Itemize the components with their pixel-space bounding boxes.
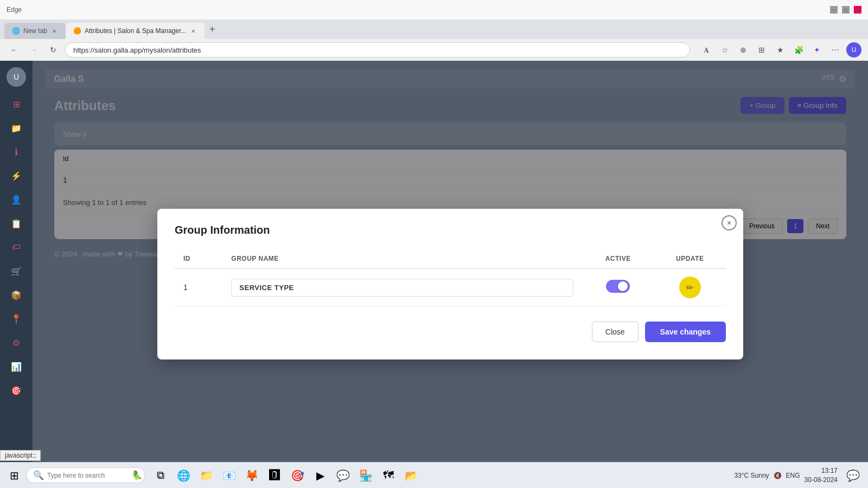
close-button[interactable]: ✕ <box>854 6 861 14</box>
notification-button[interactable]: 💬 <box>842 465 864 486</box>
tab-attributes[interactable]: 🟠 Attributes | Salon & Spa Manager... ✕ <box>66 23 205 39</box>
start-button[interactable]: ⊞ <box>4 466 24 485</box>
table-header-row: ID GROUP NAME ACTIVE UPDATE <box>175 249 726 268</box>
close-button[interactable]: Close <box>592 322 639 342</box>
back-button[interactable]: ← <box>7 42 22 57</box>
firefox-app[interactable]: 🦊 <box>241 465 263 486</box>
sidebar-item-packages[interactable]: 📦 <box>5 284 27 306</box>
sidebar-item-tags[interactable]: 🏷 <box>5 236 27 258</box>
sidebar-item-info[interactable]: ℹ <box>5 141 27 163</box>
chrome-app[interactable]: 🎯 <box>286 465 308 486</box>
youtube-app[interactable]: ▶ <box>309 465 331 486</box>
sidebar-item-reports[interactable]: 📋 <box>5 213 27 234</box>
avatar[interactable]: U <box>7 67 26 87</box>
sidebar-item-location[interactable]: 📍 <box>5 308 27 330</box>
maximize-button[interactable]: □ <box>842 6 850 14</box>
taskbar: ⊞ 🔍 🦜 ⧉ 🌐 📁 📧 🦊 🅾 🎯 ▶ 💬 🏪 🗺 📂 33°C Sunny… <box>0 462 868 488</box>
sidebar-item-files[interactable]: 📁 <box>5 117 27 139</box>
extensions-icon[interactable]: 🧩 <box>791 42 806 57</box>
row-group-name-cell <box>222 268 582 306</box>
refresh-button[interactable]: ↻ <box>46 42 61 57</box>
taskbar-search-input[interactable] <box>47 472 129 479</box>
mail-app[interactable]: 📧 <box>218 465 240 486</box>
taskbar-right: 33°C Sunny 🔇 ENG 13:17 30-08-2024 💬 <box>734 465 864 486</box>
forward-button[interactable]: → <box>26 42 41 57</box>
favorites-icon[interactable]: ★ <box>773 42 788 57</box>
edit-button[interactable]: ✏ <box>679 277 701 298</box>
more-icon[interactable]: ⋯ <box>828 42 843 57</box>
tab-label: Attributes | Salon & Spa Manager... <box>85 27 186 35</box>
taskbar-weather: 33°C Sunny <box>734 472 769 479</box>
skype-app[interactable]: 💬 <box>332 465 354 486</box>
sidebar-item-targets[interactable]: 🎯 <box>5 380 27 401</box>
main-content: Galla S AYS ⚙ Attributes + Group ≡ Group… <box>33 61 868 488</box>
maps-app[interactable]: 🗺 <box>378 465 399 486</box>
group-table: ID GROUP NAME ACTIVE UPDATE <box>175 249 726 306</box>
minimize-button[interactable]: ─ <box>830 6 838 14</box>
row-id: 1 <box>175 268 222 306</box>
edge-app[interactable]: 🌐 <box>173 465 194 486</box>
browser-title: Edge <box>7 6 22 14</box>
tab-icon: 🌐 <box>12 27 20 35</box>
table-row: 1 <box>175 268 726 306</box>
store-app[interactable]: 🏪 <box>355 465 376 486</box>
group-name-column-header: GROUP NAME <box>222 249 582 268</box>
explorer-app[interactable]: 📁 <box>195 465 217 486</box>
active-column-header: ACTIVE <box>582 249 654 268</box>
sidebar-item-dashboard[interactable]: ⊞ <box>5 93 27 115</box>
copilot-icon[interactable]: ✦ <box>809 42 825 57</box>
taskbar-clock: 13:17 30-08-2024 <box>805 466 838 485</box>
row-active-cell <box>582 268 654 306</box>
new-tab-button[interactable]: + <box>205 22 220 37</box>
reading-mode-icon[interactable]: 𝐀 <box>699 42 714 57</box>
tab-favicon: 🟠 <box>73 27 81 35</box>
sidebar-item-profile[interactable]: 👤 <box>5 189 27 210</box>
row-update-cell: ✏ <box>654 268 726 306</box>
sidebar-item-settings[interactable]: ⚙ <box>5 332 27 354</box>
taskbar-volume-icon: 🔇 <box>774 472 782 479</box>
taskbar-time-display: 13:17 <box>805 466 838 476</box>
id-column-header: ID <box>175 249 222 268</box>
pencil-icon: ✏ <box>686 282 693 293</box>
taskbar-language: ENG <box>786 472 800 479</box>
collections-icon[interactable]: ⊕ <box>736 42 751 57</box>
toolbar-icons: 𝐀 ☆ ⊕ ⊞ ★ 🧩 ✦ ⋯ U <box>699 42 861 57</box>
modal-title: Group Information <box>175 224 726 236</box>
sidebar-item-shop[interactable]: 🛒 <box>5 260 27 282</box>
save-changes-button[interactable]: Save changes <box>645 322 726 342</box>
taskbar-search-icon: 🔍 <box>33 470 44 480</box>
bookmark-icon[interactable]: ☆ <box>717 42 732 57</box>
split-screen-icon[interactable]: ⊞ <box>754 42 769 57</box>
title-bar: Edge ─ □ ✕ <box>0 0 868 20</box>
address-bar: ← → ↻ 𝐀 ☆ ⊕ ⊞ ★ 🧩 ✦ ⋯ U <box>0 39 868 61</box>
taskbar-apps: ⧉ 🌐 📁 📧 🦊 🅾 🎯 ▶ 💬 🏪 🗺 📂 <box>150 465 422 486</box>
taskview-button[interactable]: ⧉ <box>150 465 171 486</box>
window-controls: ─ □ ✕ <box>830 6 861 14</box>
group-name-input[interactable] <box>231 279 573 297</box>
page-container: U ⊞ 📁 ℹ ⚡ 👤 📋 🏷 🛒 📦 📍 ⚙ 📊 🎯 Galla S AYS … <box>0 61 868 488</box>
taskbar-search-box[interactable]: 🔍 🦜 <box>26 467 145 483</box>
active-toggle[interactable] <box>606 280 630 293</box>
files-app[interactable]: 📂 <box>400 465 422 486</box>
sidebar: U ⊞ 📁 ℹ ⚡ 👤 📋 🏷 🛒 📦 📍 ⚙ 📊 🎯 <box>0 61 33 488</box>
sidebar-item-integrations[interactable]: ⚡ <box>5 165 27 187</box>
tab-close-active-button[interactable]: ✕ <box>189 27 197 35</box>
tab-new-tab[interactable]: 🌐 New tab ✕ <box>4 23 66 39</box>
group-information-modal: × Group Information ID GROUP NAME <box>157 209 743 359</box>
taskbar-search-decoration: 🦜 <box>132 470 143 480</box>
tabs-bar: 🌐 New tab ✕ 🟠 Attributes | Salon & Spa M… <box>0 20 868 39</box>
modal-close-button[interactable]: × <box>722 215 737 230</box>
browser-chrome: Edge ─ □ ✕ 🌐 New tab ✕ 🟠 Attributes | Sa… <box>0 0 868 61</box>
modal-overlay: × Group Information ID GROUP NAME <box>33 61 868 488</box>
opera-app[interactable]: 🅾 <box>264 465 285 486</box>
tab-close-button[interactable]: ✕ <box>50 27 58 35</box>
js-tooltip: javascript:; <box>0 450 41 461</box>
sidebar-item-analytics[interactable]: 📊 <box>5 356 27 377</box>
tab-label: New tab <box>23 27 47 35</box>
modal-footer: Close Save changes <box>175 322 726 342</box>
close-icon: × <box>727 219 731 227</box>
update-column-header: UPDATE <box>654 249 726 268</box>
profile-icon[interactable]: U <box>846 42 861 57</box>
taskbar-date-display: 30-08-2024 <box>805 476 838 485</box>
address-input[interactable] <box>65 42 690 57</box>
